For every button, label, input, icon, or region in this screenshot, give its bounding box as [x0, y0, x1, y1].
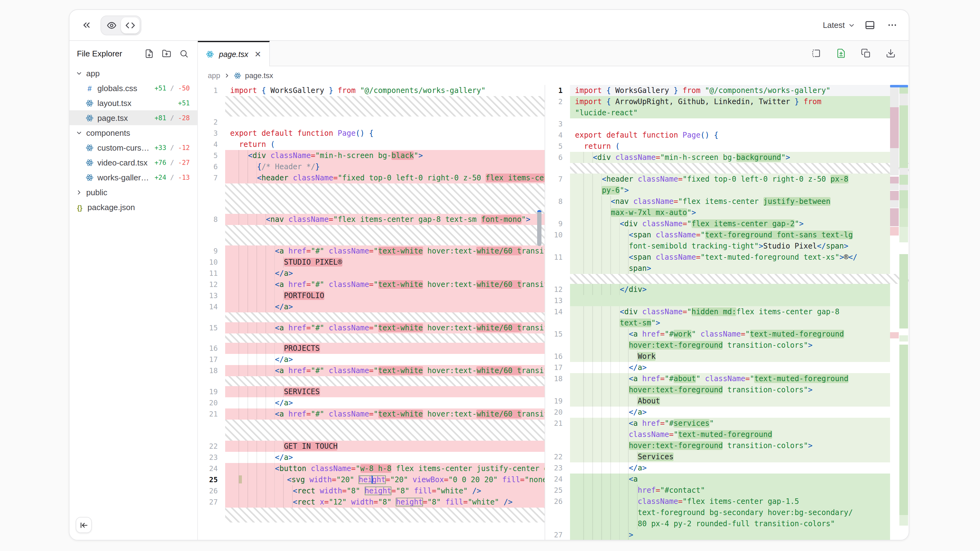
tree-item-app[interactable]: app — [70, 66, 197, 81]
tree-item-package-json[interactable]: {}package.json — [70, 200, 197, 214]
code-line-new-7[interactable]: 7 <header className="fixed top-0 left-0 … — [545, 173, 909, 196]
tree-item-layout-tsx[interactable]: layout.tsx+51 — [70, 95, 197, 110]
code-line-new-17[interactable]: 17 </a> — [545, 362, 909, 373]
react-icon — [86, 99, 94, 107]
search-files-button[interactable] — [177, 47, 190, 59]
code-line-new-19[interactable]: 19 About — [545, 395, 909, 407]
code-line-new-13[interactable]: 13 — [545, 295, 909, 306]
code-line-old-13[interactable]: 13 PORTFOLIO — [198, 290, 544, 301]
minimap-viewport-indicator[interactable] — [890, 85, 908, 87]
collapsed-region[interactable] — [198, 376, 544, 386]
react-icon — [86, 143, 94, 152]
collapse-panel-button[interactable] — [78, 17, 94, 33]
code-line-old-17[interactable]: 17 </a> — [198, 354, 544, 365]
minimap-diff-block — [899, 175, 908, 185]
collapsed-region[interactable] — [198, 419, 544, 441]
code-line-old-7[interactable]: 7 <header className="fixed top-0 left-0 … — [198, 172, 544, 183]
code-line-old-22[interactable]: 22 GET IN TOUCH — [198, 441, 544, 452]
code-line-new-10[interactable]: 10 <span className="text-foreground font… — [545, 229, 909, 252]
code-line-old-9[interactable]: 9 <a href="#" className="text-white hove… — [198, 245, 544, 257]
code-line-old-3[interactable]: 3export default function Page() { — [198, 128, 544, 139]
code-line-new-15[interactable]: 15 <a href="#work" className="text-muted… — [545, 329, 909, 351]
code-line-new-16[interactable]: 16 Work — [545, 351, 909, 362]
code-line-new-21[interactable]: 21 <a href="#services" className="text-m… — [545, 418, 909, 451]
code-line-new-3[interactable]: 3 — [545, 118, 909, 130]
code-line-old-23[interactable]: 23 </a> — [198, 452, 544, 463]
code-line-new-27[interactable]: 27 > — [545, 529, 909, 540]
code-line-old-15[interactable]: 15 <a href="#" className="text-white hov… — [198, 322, 544, 333]
collapsed-region[interactable] — [198, 333, 544, 343]
tree-item-video-card-tsx[interactable]: video-card.tsx+76 / -27 — [70, 155, 197, 170]
code-line-old-24[interactable]: 24 <button className="w-8 h-8 flex items… — [198, 463, 544, 474]
tree-item-components[interactable]: components — [70, 125, 197, 140]
code-line-new-6[interactable]: 6 <div className="min-h-screen bg-backgr… — [545, 152, 909, 163]
collapsed-region[interactable] — [198, 225, 544, 245]
collapsed-region[interactable] — [198, 312, 544, 322]
collapsed-region[interactable] — [198, 96, 544, 116]
inline-diff-toggle-button[interactable] — [808, 45, 824, 61]
line-number: 13 — [545, 295, 570, 306]
tree-item-page-tsx[interactable]: page.tsx+81 / -28 — [70, 110, 197, 125]
show-diff-button[interactable] — [833, 45, 849, 61]
tree-item-custom-curs-[interactable]: custom-curs…+33 / -12 — [70, 140, 197, 155]
code-line-new-9[interactable]: 9 <div className="flex items-center gap-… — [545, 218, 909, 229]
code-line-old-8[interactable]: 8 <nav className="flex items-center gap-… — [198, 214, 544, 225]
code-line-old-1[interactable]: 1import { WorksGallery } from "@/compone… — [198, 85, 544, 96]
preview-toggle-button[interactable] — [102, 17, 121, 33]
tree-item-public[interactable]: public — [70, 185, 197, 200]
panel-bottom-button[interactable] — [862, 17, 878, 33]
version-selector[interactable]: Latest — [823, 21, 855, 30]
code-line-new-5[interactable]: 5 return ( — [545, 141, 909, 152]
breadcrumb-root[interactable]: app — [208, 71, 220, 80]
code-line-old-6[interactable]: 6 {/* Header */} — [198, 161, 544, 172]
minimap-diff-block — [899, 105, 908, 168]
code-line-new-11[interactable]: 11 <span className="text-muted-foregroun… — [545, 252, 909, 274]
code-line-new-24[interactable]: 24 <a — [545, 473, 909, 485]
collapsed-region[interactable] — [198, 183, 544, 214]
code-line-new-20[interactable]: 20 </a> — [545, 407, 909, 418]
code-line-old-16[interactable]: 16 PROJECTS — [198, 343, 544, 354]
line-number: 22 — [545, 451, 570, 462]
tab-page-tsx[interactable]: page.tsx ✕ — [198, 41, 270, 66]
tree-item-works-galler-[interactable]: works-galler…+24 / -13 — [70, 170, 197, 185]
code-line-old-5[interactable]: 5 <div className="min-h-screen bg-black"… — [198, 150, 544, 161]
close-tab-icon[interactable]: ✕ — [255, 49, 261, 59]
code-line-new-22[interactable]: 22 Services — [545, 451, 909, 462]
code-toggle-button[interactable] — [121, 17, 140, 33]
code-line-old-26[interactable]: 26 <rect width="8" height="8" fill="whit… — [198, 485, 544, 497]
code-line-new-8[interactable]: 8 <nav className="flex items-center just… — [545, 196, 909, 218]
code-line-old-10[interactable]: 10 STUDIO PIXEL® — [198, 257, 544, 268]
code-line-old-2[interactable]: 2 — [198, 116, 544, 128]
code-line-old-18[interactable]: 18 <a href="#" className="text-white hov… — [198, 365, 544, 376]
code-line-old-20[interactable]: 20 </a> — [198, 397, 544, 408]
collapsed-region[interactable] — [545, 163, 909, 173]
code-line-new-12[interactable]: 12 </div> — [545, 284, 909, 295]
code-line-old-25[interactable]: 25 <svg width="20" height="20" viewBox="… — [198, 474, 544, 485]
code-line-new-23[interactable]: 23 </a> — [545, 462, 909, 473]
more-options-button[interactable] — [884, 17, 900, 33]
collapse-sidebar-button[interactable] — [76, 517, 92, 533]
code-line-old-14[interactable]: 14 </a> — [198, 301, 544, 312]
code-line-new-2[interactable]: 2import { ArrowUpRight, Github, Linkedin… — [545, 96, 909, 118]
left-pane-scrollbar-thumb[interactable] — [537, 210, 541, 246]
download-button[interactable] — [883, 45, 899, 61]
code-line-new-4[interactable]: 4export default function Page() { — [545, 130, 909, 141]
new-folder-button[interactable] — [160, 47, 172, 59]
code-line-new-18[interactable]: 18 <a href="#about" className="text-mute… — [545, 373, 909, 395]
code-line-old-4[interactable]: 4 return ( — [198, 139, 544, 150]
collapsed-region[interactable] — [198, 508, 544, 522]
code-line-new-1[interactable]: 1import { WorksGallery } from "@/compone… — [545, 85, 909, 96]
code-line-old-27[interactable]: 27 <rect x="12" width="8" height="8" fil… — [198, 497, 544, 508]
tree-item-globals-css[interactable]: #globals.css+51 / -50 — [70, 81, 197, 95]
new-file-button[interactable] — [143, 47, 155, 59]
code-line-new-25[interactable]: 25 href="#contact" — [545, 485, 909, 496]
minimap[interactable] — [890, 85, 909, 540]
code-line-old-11[interactable]: 11 </a> — [198, 268, 544, 279]
collapsed-region[interactable] — [545, 274, 909, 284]
code-line-old-12[interactable]: 12 <a href="#" className="text-white hov… — [198, 279, 544, 290]
copy-code-button[interactable] — [858, 45, 874, 61]
code-line-new-26[interactable]: 26 className="flex items-center gap-1.5 … — [545, 496, 909, 529]
code-line-old-19[interactable]: 19 SERVICES — [198, 386, 544, 397]
code-line-new-14[interactable]: 14 <div className="hidden md:flex items-… — [545, 306, 909, 329]
code-line-old-21[interactable]: 21 <a href="#" className="text-white hov… — [198, 408, 544, 419]
